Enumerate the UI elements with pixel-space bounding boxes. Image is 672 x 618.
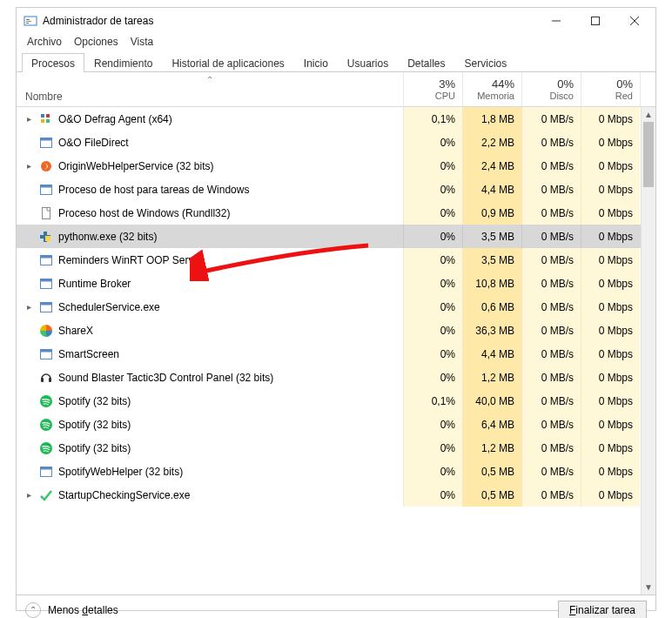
svg-rect-27 (41, 349, 52, 352)
footer: ⌃ Menos detalles Finalizar tarea (17, 594, 655, 618)
end-task-button[interactable]: Finalizar tarea (558, 601, 647, 619)
menu-file[interactable]: Archivo (27, 36, 62, 48)
cpu-cell: 0% (403, 366, 462, 389)
disk-cell: 0 MB/s (521, 225, 581, 248)
tab-users[interactable]: Usuarios (338, 53, 398, 72)
process-name: SpotifyWebHelper (32 bits) (58, 466, 183, 478)
scroll-down-icon[interactable]: ▼ (642, 580, 655, 594)
fewer-details-icon[interactable]: ⌃ (25, 602, 41, 618)
process-name: Proceso host de Windows (Rundll32) (58, 207, 230, 219)
column-name[interactable]: ⌃ Nombre (17, 72, 403, 106)
memory-cell: 1,2 MB (462, 366, 521, 389)
memory-label: Memoria (477, 91, 514, 101)
process-row[interactable]: Spotify (32 bits)0%1,2 MB0 MB/s0 Mbps (17, 436, 655, 460)
menu-options[interactable]: Opciones (74, 36, 118, 48)
process-row[interactable]: SpotifyWebHelper (32 bits)0%0,5 MB0 MB/s… (17, 460, 655, 483)
fewer-details-label[interactable]: Menos detalles (48, 604, 118, 616)
svg-rect-18 (45, 236, 50, 241)
disk-cell: 0 MB/s (521, 413, 581, 436)
svg-rect-2 (26, 21, 31, 22)
process-row[interactable]: Proceso de host para tareas de Windows0%… (17, 178, 655, 201)
scrollbar[interactable]: ▲ ▼ (641, 107, 655, 594)
network-cell: 0 Mbps (581, 319, 640, 342)
process-row[interactable]: ▸O&O Defrag Agent (x64)0,1%1,8 MB0 MB/s0… (17, 107, 655, 131)
column-memory[interactable]: 44% Memoria (462, 72, 521, 106)
memory-cell: 40,0 MB (462, 389, 521, 413)
column-network[interactable]: 0% Red (581, 72, 640, 106)
scroll-up-icon[interactable]: ▲ (642, 107, 655, 122)
menu-view[interactable]: Vista (131, 36, 153, 48)
process-row[interactable]: pythonw.exe (32 bits)0%3,5 MB0 MB/s0 Mbp… (17, 225, 655, 248)
tab-details[interactable]: Detalles (398, 53, 454, 72)
disk-cell: 0 MB/s (521, 107, 581, 131)
svg-rect-11 (46, 119, 50, 123)
process-name: Spotify (32 bits) (58, 419, 131, 431)
close-button[interactable] (615, 8, 654, 34)
memory-cell: 4,4 MB (462, 342, 521, 366)
process-row[interactable]: ▸SchedulerService.exe0%0,6 MB0 MB/s0 Mbp… (17, 295, 655, 319)
process-row[interactable]: O&O FileDirect0%2,2 MB0 MB/s0 Mbps (17, 131, 655, 154)
cpu-cell: 0% (403, 225, 462, 248)
tab-services[interactable]: Servicios (455, 53, 517, 72)
network-label: Red (615, 91, 633, 101)
process-name: OriginWebHelperService (32 bits) (58, 160, 214, 172)
expand-icon[interactable]: ▸ (24, 161, 34, 171)
expand-icon[interactable]: ▸ (24, 302, 34, 312)
disk-label: Disco (549, 91, 574, 101)
process-row[interactable]: Spotify (32 bits)0,1%40,0 MB0 MB/s0 Mbps (17, 389, 655, 413)
svg-rect-9 (46, 114, 50, 118)
process-list[interactable]: ▸O&O Defrag Agent (x64)0,1%1,8 MB0 MB/s0… (17, 107, 655, 594)
process-name: Spotify (32 bits) (58, 442, 131, 454)
process-row[interactable]: Runtime Broker0%10,8 MB0 MB/s0 Mbps (17, 272, 655, 295)
memory-cell: 3,5 MB (462, 248, 521, 272)
expand-icon[interactable]: ▸ (24, 114, 34, 124)
sort-indicator-icon: ⌃ (206, 75, 213, 84)
process-row[interactable]: Reminders WinRT OOP Server0%3,5 MB0 MB/s… (17, 248, 655, 272)
cpu-cell: 0% (403, 201, 462, 225)
memory-cell: 2,2 MB (462, 131, 521, 154)
network-cell: 0 Mbps (581, 154, 640, 178)
tab-processes[interactable]: Procesos (22, 53, 84, 72)
memory-cell: 3,5 MB (462, 225, 521, 248)
memory-cell: 6,4 MB (462, 413, 521, 436)
cpu-cell: 0% (403, 295, 462, 319)
scroll-thumb[interactable] (643, 122, 654, 187)
expand-icon[interactable]: ▸ (24, 490, 34, 500)
cpu-label: CPU (435, 91, 455, 101)
disk-cell: 0 MB/s (521, 483, 581, 507)
svg-rect-1 (26, 19, 30, 20)
tab-performance[interactable]: Rendimiento (84, 53, 162, 72)
process-row[interactable]: Spotify (32 bits)0%6,4 MB0 MB/s0 Mbps (17, 413, 655, 436)
process-name: Runtime Broker (58, 278, 131, 290)
cpu-cell: 0% (403, 436, 462, 460)
network-cell: 0 Mbps (581, 131, 640, 154)
process-name: Reminders WinRT OOP Server (58, 254, 203, 266)
process-icon (39, 441, 53, 455)
titlebar[interactable]: Administrador de tareas (17, 8, 655, 34)
column-cpu[interactable]: 3% CPU (403, 72, 462, 106)
process-row[interactable]: SmartScreen0%4,4 MB0 MB/s0 Mbps (17, 342, 655, 366)
process-row[interactable]: Sound Blaster Tactic3D Control Panel (32… (17, 366, 655, 389)
process-row[interactable]: Proceso host de Windows (Rundll32)0%0,9 … (17, 201, 655, 225)
memory-cell: 2,4 MB (462, 154, 521, 178)
svg-rect-29 (49, 378, 51, 382)
tab-history[interactable]: Historial de aplicaciones (162, 53, 293, 72)
svg-rect-10 (41, 119, 44, 123)
process-name: O&O Defrag Agent (x64) (58, 113, 172, 125)
tab-startup[interactable]: Inicio (294, 53, 338, 72)
process-row[interactable]: ShareX0%36,3 MB0 MB/s0 Mbps (17, 319, 655, 342)
network-cell: 0 Mbps (581, 201, 640, 225)
disk-cell: 0 MB/s (521, 436, 581, 460)
memory-cell: 10,8 MB (462, 272, 521, 295)
process-icon (39, 206, 53, 220)
maximize-button[interactable] (575, 8, 615, 34)
column-disk[interactable]: 0% Disco (521, 72, 581, 106)
svg-rect-34 (41, 467, 52, 469)
cpu-cell: 0% (403, 483, 462, 507)
cpu-cell: 0% (403, 131, 462, 154)
svg-point-14 (41, 161, 51, 171)
disk-cell: 0 MB/s (521, 178, 581, 201)
process-row[interactable]: ▸OriginWebHelperService (32 bits)0%2,4 M… (17, 154, 655, 178)
process-row[interactable]: ▸StartupCheckingService.exe0%0,5 MB0 MB/… (17, 483, 655, 507)
minimize-button[interactable] (536, 8, 575, 34)
